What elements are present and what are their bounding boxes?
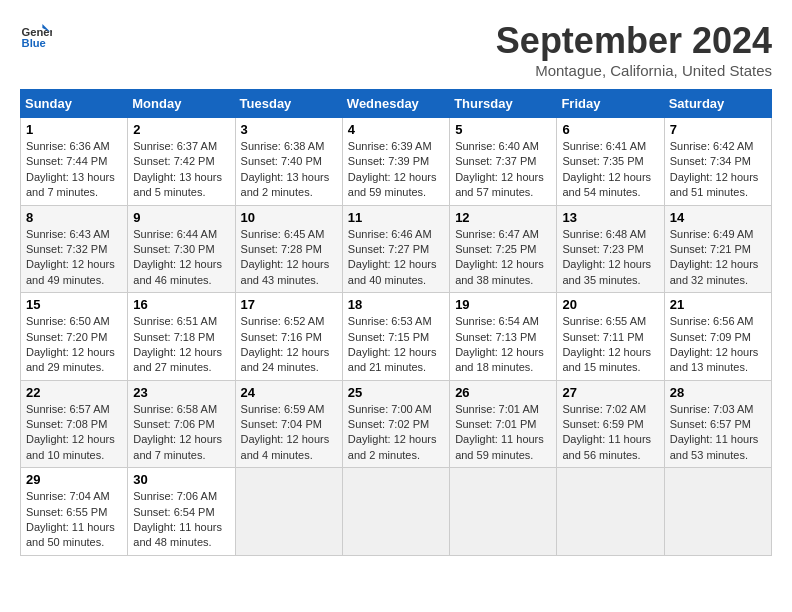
- day-number: 14: [670, 210, 766, 225]
- day-number: 28: [670, 385, 766, 400]
- calendar-cell: 12 Sunrise: 6:47 AM Sunset: 7:25 PM Dayl…: [450, 205, 557, 293]
- header-wednesday: Wednesday: [342, 90, 449, 118]
- calendar-cell: 18 Sunrise: 6:53 AM Sunset: 7:15 PM Dayl…: [342, 293, 449, 381]
- day-info: Sunrise: 6:46 AM Sunset: 7:27 PM Dayligh…: [348, 227, 444, 289]
- day-info: Sunrise: 6:40 AM Sunset: 7:37 PM Dayligh…: [455, 139, 551, 201]
- week-row-2: 8 Sunrise: 6:43 AM Sunset: 7:32 PM Dayli…: [21, 205, 772, 293]
- day-number: 19: [455, 297, 551, 312]
- day-number: 8: [26, 210, 122, 225]
- day-info: Sunrise: 6:51 AM Sunset: 7:18 PM Dayligh…: [133, 314, 229, 376]
- calendar-cell: 10 Sunrise: 6:45 AM Sunset: 7:28 PM Dayl…: [235, 205, 342, 293]
- day-number: 24: [241, 385, 337, 400]
- header-sunday: Sunday: [21, 90, 128, 118]
- day-number: 23: [133, 385, 229, 400]
- calendar-cell: 1 Sunrise: 6:36 AM Sunset: 7:44 PM Dayli…: [21, 118, 128, 206]
- day-info: Sunrise: 7:01 AM Sunset: 7:01 PM Dayligh…: [455, 402, 551, 464]
- svg-text:Blue: Blue: [22, 37, 46, 49]
- header-saturday: Saturday: [664, 90, 771, 118]
- week-row-1: 1 Sunrise: 6:36 AM Sunset: 7:44 PM Dayli…: [21, 118, 772, 206]
- day-number: 13: [562, 210, 658, 225]
- day-number: 30: [133, 472, 229, 487]
- day-info: Sunrise: 7:04 AM Sunset: 6:55 PM Dayligh…: [26, 489, 122, 551]
- day-number: 10: [241, 210, 337, 225]
- calendar-cell: [235, 468, 342, 556]
- calendar-cell: 2 Sunrise: 6:37 AM Sunset: 7:42 PM Dayli…: [128, 118, 235, 206]
- day-info: Sunrise: 6:36 AM Sunset: 7:44 PM Dayligh…: [26, 139, 122, 201]
- day-number: 3: [241, 122, 337, 137]
- day-number: 29: [26, 472, 122, 487]
- day-number: 1: [26, 122, 122, 137]
- calendar-cell: 23 Sunrise: 6:58 AM Sunset: 7:06 PM Dayl…: [128, 380, 235, 468]
- day-info: Sunrise: 6:48 AM Sunset: 7:23 PM Dayligh…: [562, 227, 658, 289]
- day-info: Sunrise: 6:45 AM Sunset: 7:28 PM Dayligh…: [241, 227, 337, 289]
- calendar-cell: [664, 468, 771, 556]
- calendar-cell: 19 Sunrise: 6:54 AM Sunset: 7:13 PM Dayl…: [450, 293, 557, 381]
- day-number: 25: [348, 385, 444, 400]
- day-number: 22: [26, 385, 122, 400]
- calendar-cell: 4 Sunrise: 6:39 AM Sunset: 7:39 PM Dayli…: [342, 118, 449, 206]
- day-number: 5: [455, 122, 551, 137]
- calendar-cell: 21 Sunrise: 6:56 AM Sunset: 7:09 PM Dayl…: [664, 293, 771, 381]
- day-number: 9: [133, 210, 229, 225]
- day-info: Sunrise: 6:52 AM Sunset: 7:16 PM Dayligh…: [241, 314, 337, 376]
- svg-text:General: General: [22, 26, 52, 38]
- calendar-cell: [342, 468, 449, 556]
- day-info: Sunrise: 6:55 AM Sunset: 7:11 PM Dayligh…: [562, 314, 658, 376]
- day-number: 4: [348, 122, 444, 137]
- calendar-cell: 13 Sunrise: 6:48 AM Sunset: 7:23 PM Dayl…: [557, 205, 664, 293]
- day-info: Sunrise: 6:42 AM Sunset: 7:34 PM Dayligh…: [670, 139, 766, 201]
- day-number: 6: [562, 122, 658, 137]
- day-info: Sunrise: 6:57 AM Sunset: 7:08 PM Dayligh…: [26, 402, 122, 464]
- day-number: 16: [133, 297, 229, 312]
- calendar-cell: 14 Sunrise: 6:49 AM Sunset: 7:21 PM Dayl…: [664, 205, 771, 293]
- page-header: General Blue September 2024 Montague, Ca…: [20, 20, 772, 79]
- day-info: Sunrise: 7:03 AM Sunset: 6:57 PM Dayligh…: [670, 402, 766, 464]
- location: Montague, California, United States: [496, 62, 772, 79]
- day-info: Sunrise: 6:50 AM Sunset: 7:20 PM Dayligh…: [26, 314, 122, 376]
- header-friday: Friday: [557, 90, 664, 118]
- header-monday: Monday: [128, 90, 235, 118]
- calendar-cell: 30 Sunrise: 7:06 AM Sunset: 6:54 PM Dayl…: [128, 468, 235, 556]
- calendar-cell: 28 Sunrise: 7:03 AM Sunset: 6:57 PM Dayl…: [664, 380, 771, 468]
- day-info: Sunrise: 6:53 AM Sunset: 7:15 PM Dayligh…: [348, 314, 444, 376]
- calendar-cell: 26 Sunrise: 7:01 AM Sunset: 7:01 PM Dayl…: [450, 380, 557, 468]
- week-row-4: 22 Sunrise: 6:57 AM Sunset: 7:08 PM Dayl…: [21, 380, 772, 468]
- month-title: September 2024: [496, 20, 772, 62]
- day-info: Sunrise: 6:54 AM Sunset: 7:13 PM Dayligh…: [455, 314, 551, 376]
- calendar-cell: 3 Sunrise: 6:38 AM Sunset: 7:40 PM Dayli…: [235, 118, 342, 206]
- week-row-5: 29 Sunrise: 7:04 AM Sunset: 6:55 PM Dayl…: [21, 468, 772, 556]
- day-number: 12: [455, 210, 551, 225]
- calendar-cell: 9 Sunrise: 6:44 AM Sunset: 7:30 PM Dayli…: [128, 205, 235, 293]
- header-tuesday: Tuesday: [235, 90, 342, 118]
- day-info: Sunrise: 7:00 AM Sunset: 7:02 PM Dayligh…: [348, 402, 444, 464]
- calendar-cell: 15 Sunrise: 6:50 AM Sunset: 7:20 PM Dayl…: [21, 293, 128, 381]
- header-row: Sunday Monday Tuesday Wednesday Thursday…: [21, 90, 772, 118]
- header-thursday: Thursday: [450, 90, 557, 118]
- logo: General Blue: [20, 20, 52, 52]
- calendar-cell: 22 Sunrise: 6:57 AM Sunset: 7:08 PM Dayl…: [21, 380, 128, 468]
- calendar-cell: 7 Sunrise: 6:42 AM Sunset: 7:34 PM Dayli…: [664, 118, 771, 206]
- calendar-cell: 20 Sunrise: 6:55 AM Sunset: 7:11 PM Dayl…: [557, 293, 664, 381]
- week-row-3: 15 Sunrise: 6:50 AM Sunset: 7:20 PM Dayl…: [21, 293, 772, 381]
- day-number: 7: [670, 122, 766, 137]
- calendar-cell: 5 Sunrise: 6:40 AM Sunset: 7:37 PM Dayli…: [450, 118, 557, 206]
- calendar-cell: 29 Sunrise: 7:04 AM Sunset: 6:55 PM Dayl…: [21, 468, 128, 556]
- calendar-cell: 11 Sunrise: 6:46 AM Sunset: 7:27 PM Dayl…: [342, 205, 449, 293]
- calendar-cell: [450, 468, 557, 556]
- calendar-cell: 25 Sunrise: 7:00 AM Sunset: 7:02 PM Dayl…: [342, 380, 449, 468]
- day-info: Sunrise: 6:37 AM Sunset: 7:42 PM Dayligh…: [133, 139, 229, 201]
- day-info: Sunrise: 6:39 AM Sunset: 7:39 PM Dayligh…: [348, 139, 444, 201]
- day-info: Sunrise: 6:59 AM Sunset: 7:04 PM Dayligh…: [241, 402, 337, 464]
- day-info: Sunrise: 7:06 AM Sunset: 6:54 PM Dayligh…: [133, 489, 229, 551]
- day-number: 26: [455, 385, 551, 400]
- calendar-cell: 16 Sunrise: 6:51 AM Sunset: 7:18 PM Dayl…: [128, 293, 235, 381]
- calendar-table: Sunday Monday Tuesday Wednesday Thursday…: [20, 89, 772, 556]
- day-number: 21: [670, 297, 766, 312]
- day-info: Sunrise: 6:44 AM Sunset: 7:30 PM Dayligh…: [133, 227, 229, 289]
- day-number: 15: [26, 297, 122, 312]
- day-number: 18: [348, 297, 444, 312]
- day-info: Sunrise: 6:47 AM Sunset: 7:25 PM Dayligh…: [455, 227, 551, 289]
- calendar-cell: 8 Sunrise: 6:43 AM Sunset: 7:32 PM Dayli…: [21, 205, 128, 293]
- day-number: 20: [562, 297, 658, 312]
- calendar-cell: 24 Sunrise: 6:59 AM Sunset: 7:04 PM Dayl…: [235, 380, 342, 468]
